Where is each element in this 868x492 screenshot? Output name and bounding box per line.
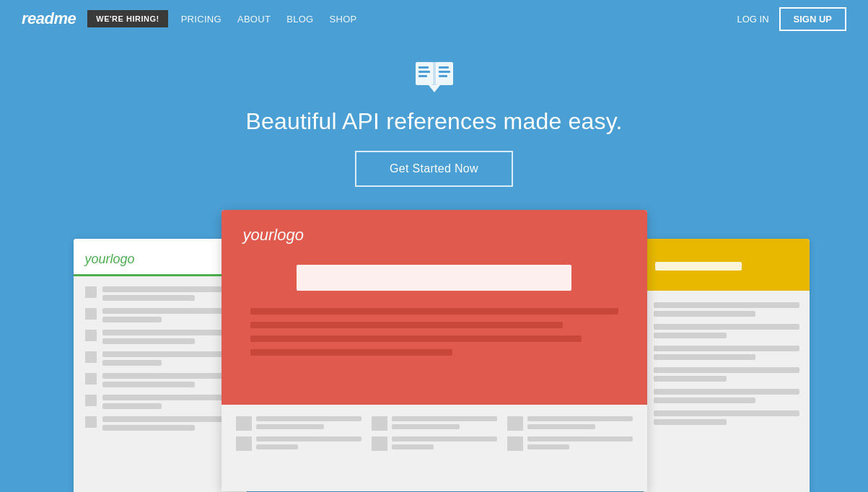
mock-icon xyxy=(372,436,387,451)
mock-line xyxy=(392,416,497,421)
mock-icon xyxy=(372,416,387,431)
hiring-button[interactable]: WE'RE HIRING! xyxy=(87,10,167,27)
svg-rect-0 xyxy=(416,62,433,85)
mock-line xyxy=(527,444,569,449)
list-item xyxy=(654,389,799,403)
mock-icon xyxy=(85,351,97,363)
mock-icon xyxy=(236,436,252,451)
mock-line xyxy=(654,397,755,403)
mock-line xyxy=(250,322,564,328)
list-item xyxy=(236,436,361,451)
mock-line xyxy=(527,436,633,442)
mock-icon xyxy=(85,395,97,406)
right-header-bar xyxy=(655,262,742,271)
mock-text xyxy=(392,416,497,429)
svg-rect-2 xyxy=(418,66,429,69)
mock-icon xyxy=(507,436,523,451)
mockup-wrapper: yourlogo xyxy=(146,210,723,484)
mock-line xyxy=(654,346,799,351)
card-right xyxy=(644,239,810,492)
mock-line xyxy=(102,403,162,409)
center-col-3 xyxy=(507,416,633,480)
svg-rect-7 xyxy=(439,75,447,77)
mock-icon xyxy=(85,308,97,320)
svg-rect-3 xyxy=(418,71,430,73)
list-item xyxy=(654,367,799,382)
mock-line xyxy=(250,308,618,315)
nav-links: PRICING ABOUT BLOG SHOP xyxy=(181,14,737,25)
nav-blog[interactable]: BLOG xyxy=(286,14,313,25)
nav-pricing[interactable]: PRICING xyxy=(181,14,222,25)
site-logo: readme xyxy=(22,9,76,28)
hero-icon xyxy=(413,58,456,98)
center-logo: yourlogo xyxy=(243,226,626,245)
mock-text xyxy=(102,330,235,344)
mock-icon xyxy=(507,416,523,431)
mock-line xyxy=(256,444,298,449)
list-item xyxy=(654,410,799,425)
card-left-header: yourlogo xyxy=(74,239,247,276)
list-item xyxy=(85,373,235,387)
mock-line xyxy=(392,424,460,429)
mock-line xyxy=(654,311,755,317)
mock-line xyxy=(527,416,633,421)
card-left: yourlogo xyxy=(74,239,247,492)
mock-text xyxy=(256,436,361,449)
list-item xyxy=(372,436,497,451)
nav-shop[interactable]: SHOP xyxy=(330,14,357,25)
list-item xyxy=(654,346,799,360)
mock-text xyxy=(102,416,235,431)
login-link[interactable]: LOG IN xyxy=(737,14,768,25)
mock-line xyxy=(392,444,434,449)
list-item xyxy=(85,330,235,344)
nav-about[interactable]: ABOUT xyxy=(237,14,271,25)
mock-line xyxy=(102,382,196,387)
mock-line xyxy=(527,424,596,429)
mock-line xyxy=(392,436,497,442)
list-item xyxy=(507,436,633,451)
card-right-body xyxy=(644,291,810,436)
mock-text xyxy=(102,286,235,301)
nav-right: LOG IN SIGN UP xyxy=(737,7,846,31)
mock-icon xyxy=(85,330,97,341)
list-item xyxy=(85,286,235,301)
svg-rect-1 xyxy=(436,62,453,85)
list-item xyxy=(85,395,235,409)
mock-line xyxy=(102,295,196,301)
mock-line xyxy=(256,416,361,421)
mock-line xyxy=(654,302,799,308)
card-center-header: yourlogo xyxy=(222,210,647,405)
mock-line xyxy=(654,354,755,360)
list-item xyxy=(85,308,235,322)
signup-button[interactable]: SIGN UP xyxy=(779,7,846,31)
mock-icon xyxy=(85,416,97,428)
mock-text xyxy=(102,308,235,322)
mock-line xyxy=(250,349,453,356)
mock-text xyxy=(102,351,235,366)
list-item xyxy=(236,416,361,431)
mock-line xyxy=(102,351,235,357)
mock-line xyxy=(102,360,162,366)
svg-marker-9 xyxy=(429,85,440,92)
mock-text xyxy=(527,436,633,449)
svg-rect-4 xyxy=(418,75,427,77)
mock-text xyxy=(256,416,361,429)
get-started-button[interactable]: Get Started Now xyxy=(355,151,513,187)
mockup-section: yourlogo xyxy=(0,210,868,484)
mock-line xyxy=(654,410,799,416)
mock-line xyxy=(654,367,799,373)
list-item xyxy=(372,416,497,431)
center-col-2 xyxy=(372,416,497,480)
list-item xyxy=(654,302,799,317)
mock-line xyxy=(654,389,799,395)
center-col-1 xyxy=(236,416,361,480)
mock-text xyxy=(392,436,497,449)
mock-line xyxy=(102,338,196,344)
mock-line xyxy=(102,416,235,422)
list-item xyxy=(654,324,799,338)
mock-icon xyxy=(85,373,97,385)
navbar: readme WE'RE HIRING! PRICING ABOUT BLOG … xyxy=(0,0,868,38)
mock-text xyxy=(527,416,633,429)
card-center-body xyxy=(222,405,647,491)
hero-title: Beautiful API references made easy. xyxy=(245,108,622,135)
